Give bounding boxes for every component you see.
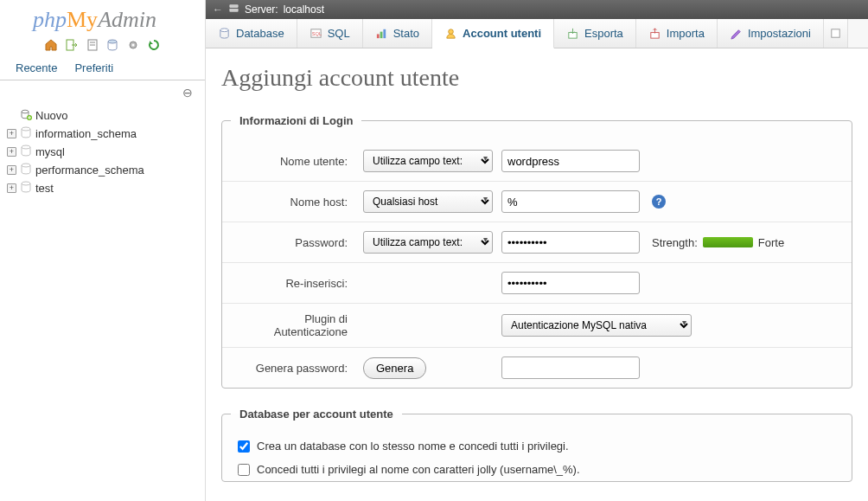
content: Aggiungi account utente Informazioni di … [206,48,868,501]
tree-db-item[interactable]: + test [7,179,198,197]
svg-point-21 [449,29,454,35]
tree-db-label: performance_schema [35,164,144,177]
svg-point-10 [22,145,30,149]
arrow-icon: ← [213,3,223,16]
database-icon [20,145,32,159]
svg-rect-14 [230,9,238,11]
svg-point-15 [220,29,228,32]
input-host[interactable] [501,190,640,213]
sql-icon[interactable] [105,38,119,55]
svg-rect-20 [383,29,386,38]
strength-value: Forte [758,236,784,249]
strength-bar [703,237,753,247]
row-retype: Re-inserisci: [222,262,852,303]
server-icon [228,3,239,16]
tree-db-label: information_schema [35,127,137,140]
input-username[interactable] [501,150,640,172]
select-username-mode[interactable]: Utilizza campo text: [363,150,493,172]
tab-database[interactable]: Database [206,19,297,48]
label-generate: Genera password: [238,362,363,375]
svg-rect-18 [377,34,380,38]
tree-db-item[interactable]: + mysql [7,143,198,161]
row-auth: Plugin di Autenticazione Autenticazione … [222,303,852,347]
tab-export[interactable]: Esporta [554,19,636,48]
select-password-mode[interactable]: Utilizza campo text: [363,231,493,254]
docs-icon[interactable] [86,38,99,55]
expander-icon[interactable]: + [7,165,16,175]
svg-point-6 [131,44,134,47]
server-bar: ← Server: localhost [206,0,868,19]
label-host: Nome host: [238,196,363,209]
strength-label: Strength: [652,236,698,249]
tab-recent[interactable]: Recente [7,58,66,80]
page-title: Aggiungi account utente [221,64,852,92]
cb-row-same-name: Crea un database con lo stesso nome e co… [222,434,852,458]
tree-new[interactable]: Nuovo [7,106,198,125]
label-auth: Plugin di Autenticazione [238,312,363,338]
new-db-icon [20,108,32,123]
tree-db-item[interactable]: + information_schema [7,125,198,143]
svg-point-12 [22,182,30,185]
server-label: Server: [245,3,278,16]
sidebar-tabs: Recente Preferiti [0,58,205,80]
logo: phpMyAdmin [0,0,205,36]
row-generate: Genera password: Genera [222,347,852,388]
svg-point-7 [22,110,29,113]
svg-point-9 [22,127,30,131]
checkbox-create-db-label: Crea un database con lo stesso nome e co… [257,440,569,453]
checkbox-wildcard-label: Concedi tutti i privilegi al nome con ca… [257,463,580,476]
database-icon [20,163,32,177]
sidebar-icon-row [0,36,205,58]
expander-icon[interactable]: + [7,183,16,193]
input-password[interactable] [501,231,640,254]
checkbox-create-db[interactable] [238,440,250,453]
expander-icon[interactable]: + [7,147,16,157]
label-password: Password: [238,236,363,249]
fieldset-db: Database per account utente Crea un data… [221,406,852,482]
sidebar: phpMyAdmin Recente Preferiti ⊖ Nuovo [0,0,206,501]
svg-rect-23 [651,33,659,39]
svg-rect-13 [230,5,238,8]
tab-users[interactable]: Account utenti [432,19,554,48]
tree-db-item[interactable]: + performance_schema [7,161,198,179]
checkbox-wildcard[interactable] [238,464,250,476]
input-generated[interactable] [501,356,640,379]
database-icon [20,181,32,196]
svg-rect-19 [380,32,382,39]
expander-icon[interactable]: + [7,129,16,138]
input-retype[interactable] [501,272,640,294]
topnav: Database SQL SQL Stato Account utenti Es… [206,19,868,48]
select-auth[interactable]: Autenticazione MySQL nativa [501,314,692,337]
svg-point-11 [22,164,30,167]
svg-point-4 [108,40,117,43]
home-icon[interactable] [44,38,58,55]
link-icon[interactable]: ⊖ [0,80,205,103]
fieldset-db-legend: Database per account utente [231,406,402,422]
tree-db-label: mysql [35,145,65,158]
svg-text:SQL: SQL [311,31,321,36]
help-icon[interactable]: ? [652,195,666,209]
fieldset-login: Informazioni di Login Nome utente: Utili… [221,112,852,389]
row-password: Password: Utilizza campo text: Strength:… [222,222,852,262]
tab-sql[interactable]: SQL SQL [297,19,363,48]
row-host: Nome host: Qualsiasi host ? [222,181,852,222]
database-icon [20,126,32,141]
gear-icon[interactable] [126,38,140,55]
db-tree: Nuovo + information_schema + mysql + per… [0,103,205,201]
tab-import[interactable]: Importa [636,19,718,48]
tab-status[interactable]: Stato [363,19,432,48]
tab-settings[interactable]: Impostazioni [718,19,824,48]
refresh-icon[interactable] [147,38,161,55]
tab-more[interactable] [824,19,848,48]
fieldset-login-legend: Informazioni di Login [231,112,361,129]
tree-db-label: test [35,182,54,195]
tab-favorites[interactable]: Preferiti [66,58,122,80]
select-host-mode[interactable]: Qualsiasi host [363,190,493,213]
tree-new-label: Nuovo [35,109,68,122]
cb-row-wildcard: Concedi tutti i privilegi al nome con ca… [222,458,852,481]
exit-icon[interactable] [65,38,79,55]
server-name: localhost [284,3,324,16]
row-username: Nome utente: Utilizza campo text: [222,141,852,181]
generate-button[interactable]: Genera [363,357,426,379]
label-retype: Re-inserisci: [238,277,363,290]
